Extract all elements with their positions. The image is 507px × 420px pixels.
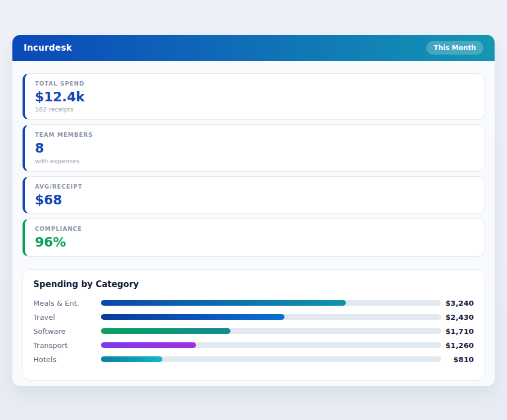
stat-value: 8 (35, 141, 475, 155)
stat-label: AVG/RECEIPT (35, 184, 475, 190)
chart-row-transport: Transport $1,260 (33, 338, 474, 352)
period-badge[interactable]: This Month (426, 41, 483, 55)
spending-by-category-card: Spending by Category Meals & Ent. $3,240… (23, 269, 484, 381)
stat-card-team-members: TEAM MEMBERS 8 with expenses (23, 124, 484, 171)
stat-card-compliance: COMPLIANCE 96% (23, 218, 484, 256)
category-label: Travel (33, 313, 101, 321)
bar-track (101, 342, 441, 348)
bar-track (101, 356, 441, 362)
expense-dashboard-card: Incurdesk This Month TOTAL SPEND $12.4k … (12, 35, 495, 386)
bar-fill (101, 300, 346, 306)
category-value: $3,240 (441, 299, 474, 307)
bar-track (101, 300, 441, 306)
chart-row-meals: Meals & Ent. $3,240 (33, 296, 474, 310)
stat-value: 96% (35, 235, 475, 249)
app-header: Incurdesk This Month (12, 35, 495, 61)
stat-label: COMPLIANCE (35, 226, 475, 232)
dashboard-body: TOTAL SPEND $12.4k 182 receipts TEAM MEM… (12, 61, 495, 381)
category-value: $2,430 (441, 313, 474, 321)
category-value: $1,260 (441, 341, 474, 350)
stat-subtext: with expenses (35, 158, 475, 165)
chart-row-travel: Travel $2,430 (33, 310, 474, 324)
category-value: $1,710 (441, 327, 474, 336)
stat-card-total-spend: TOTAL SPEND $12.4k 182 receipts (23, 73, 484, 120)
stat-label: TOTAL SPEND (35, 81, 475, 87)
bar-fill (101, 328, 230, 334)
stat-card-avg-receipt: AVG/RECEIPT $68 (23, 176, 484, 214)
bar-track (101, 328, 441, 334)
category-label: Meals & Ent. (33, 299, 101, 307)
bar-fill (101, 356, 162, 362)
bar-fill (101, 314, 284, 320)
chart-row-software: Software $1,710 (33, 324, 474, 338)
category-label: Hotels (33, 355, 101, 364)
stat-label: TEAM MEMBERS (35, 132, 475, 138)
chart-row-hotels: Hotels $810 (33, 352, 474, 367)
stat-value: $68 (35, 193, 475, 207)
bar-track (101, 314, 441, 320)
category-label: Software (33, 327, 101, 336)
app-title: Incurdesk (24, 43, 72, 53)
category-value: $810 (441, 355, 474, 364)
chart-title: Spending by Category (33, 279, 474, 289)
category-label: Transport (33, 341, 101, 350)
bar-fill (101, 342, 196, 348)
stat-value: $12.4k (35, 90, 475, 104)
stat-subtext: 182 receipts (35, 106, 475, 113)
